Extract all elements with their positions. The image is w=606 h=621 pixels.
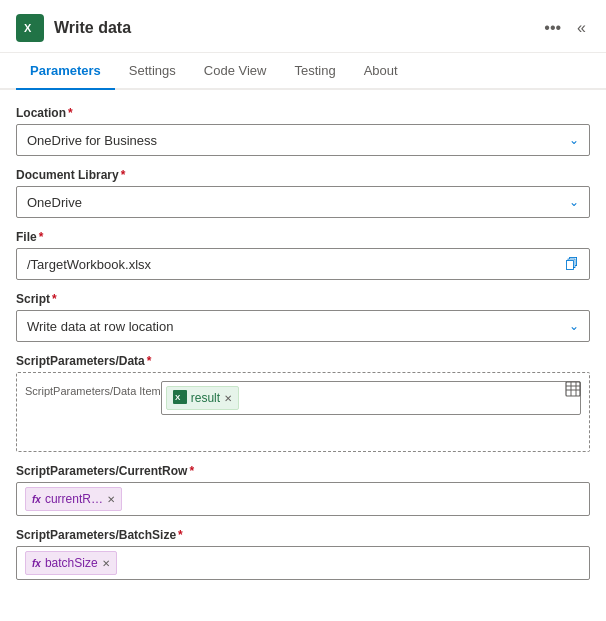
script-parameters-currentrow-input[interactable]: fx currentR… ✕ xyxy=(16,482,590,516)
currentrow-token[interactable]: fx currentR… ✕ xyxy=(25,487,122,511)
batchsize-token-close[interactable]: ✕ xyxy=(102,558,110,569)
script-parameters-currentrow-field-group: ScriptParameters/CurrentRow * fx current… xyxy=(16,464,590,516)
currentrow-token-icon: fx xyxy=(32,494,41,505)
form-content: Location * OneDrive for Business ⌄ Docum… xyxy=(0,90,606,608)
document-library-dropdown[interactable]: OneDrive ⌄ xyxy=(16,186,590,218)
currentrow-token-close[interactable]: ✕ xyxy=(107,494,115,505)
script-parameters-currentrow-label: ScriptParameters/CurrentRow * xyxy=(16,464,590,478)
script-parameters-data-field-group: ScriptParameters/Data * ScriptParameters… xyxy=(16,354,590,452)
currentrow-token-label: currentR… xyxy=(45,492,103,506)
script-parameters-data-input[interactable]: X result ✕ xyxy=(161,381,581,415)
script-parameters-data-required: * xyxy=(147,354,152,368)
location-value: OneDrive for Business xyxy=(27,133,157,148)
result-token[interactable]: X result ✕ xyxy=(166,386,239,410)
document-library-field-group: Document Library * OneDrive ⌄ xyxy=(16,168,590,218)
location-field-group: Location * OneDrive for Business ⌄ xyxy=(16,106,590,156)
script-value: Write data at row location xyxy=(27,319,173,334)
more-options-button[interactable]: ••• xyxy=(540,17,565,39)
script-parameters-batchsize-label: ScriptParameters/BatchSize * xyxy=(16,528,590,542)
tab-code-view[interactable]: Code View xyxy=(190,53,281,90)
page-title: Write data xyxy=(54,19,131,37)
location-dropdown[interactable]: OneDrive for Business ⌄ xyxy=(16,124,590,156)
script-parameters-batchsize-required: * xyxy=(178,528,183,542)
location-chevron-icon: ⌄ xyxy=(569,133,579,147)
location-required: * xyxy=(68,106,73,120)
document-library-chevron-icon: ⌄ xyxy=(569,195,579,209)
svg-text:X: X xyxy=(175,393,181,402)
script-parameters-batchsize-input[interactable]: fx batchSize ✕ xyxy=(16,546,590,580)
script-parameters-batchsize-field-group: ScriptParameters/BatchSize * fx batchSiz… xyxy=(16,528,590,580)
app-container: X Write data ••• « Parameters Settings C… xyxy=(0,0,606,608)
script-chevron-icon: ⌄ xyxy=(569,319,579,333)
batchsize-token-icon: fx xyxy=(32,558,41,569)
excel-icon: X xyxy=(16,14,44,42)
file-picker-icon[interactable]: 🗍 xyxy=(565,256,579,272)
file-label: File * xyxy=(16,230,590,244)
script-parameters-data-area: ScriptParameters/Data Item X result ✕ xyxy=(16,372,590,452)
tab-settings[interactable]: Settings xyxy=(115,53,190,90)
batchsize-token-label: batchSize xyxy=(45,556,98,570)
script-parameters-currentrow-required: * xyxy=(189,464,194,478)
result-token-label: result xyxy=(191,391,220,405)
file-input[interactable]: /TargetWorkbook.xlsx 🗍 xyxy=(16,248,590,280)
script-parameters-data-label: ScriptParameters/Data * xyxy=(16,354,590,368)
header: X Write data ••• « xyxy=(0,0,606,53)
tab-about[interactable]: About xyxy=(350,53,412,90)
script-dropdown[interactable]: Write data at row location ⌄ xyxy=(16,310,590,342)
script-required: * xyxy=(52,292,57,306)
ellipsis-icon: ••• xyxy=(544,19,561,36)
header-left: X Write data xyxy=(16,14,131,42)
tab-parameters[interactable]: Parameters xyxy=(16,53,115,90)
script-parameters-data-sublabel: ScriptParameters/Data Item xyxy=(25,381,161,443)
document-library-required: * xyxy=(121,168,126,182)
tab-bar: Parameters Settings Code View Testing Ab… xyxy=(0,53,606,90)
file-field-group: File * /TargetWorkbook.xlsx 🗍 xyxy=(16,230,590,280)
document-library-label: Document Library * xyxy=(16,168,590,182)
script-label: Script * xyxy=(16,292,590,306)
result-token-icon: X xyxy=(173,390,187,406)
svg-text:X: X xyxy=(24,22,32,34)
file-required: * xyxy=(39,230,44,244)
header-actions: ••• « xyxy=(540,17,590,39)
script-parameters-data-right: X result ✕ xyxy=(161,381,581,443)
script-field-group: Script * Write data at row location ⌄ xyxy=(16,292,590,342)
tab-testing[interactable]: Testing xyxy=(280,53,349,90)
document-library-value: OneDrive xyxy=(27,195,82,210)
batchsize-token[interactable]: fx batchSize ✕ xyxy=(25,551,117,575)
file-value: /TargetWorkbook.xlsx xyxy=(27,257,151,272)
svg-rect-4 xyxy=(566,382,580,396)
collapse-icon: « xyxy=(577,19,586,36)
location-label: Location * xyxy=(16,106,590,120)
result-token-close[interactable]: ✕ xyxy=(224,393,232,404)
table-icon[interactable] xyxy=(565,381,581,400)
collapse-button[interactable]: « xyxy=(573,17,590,39)
